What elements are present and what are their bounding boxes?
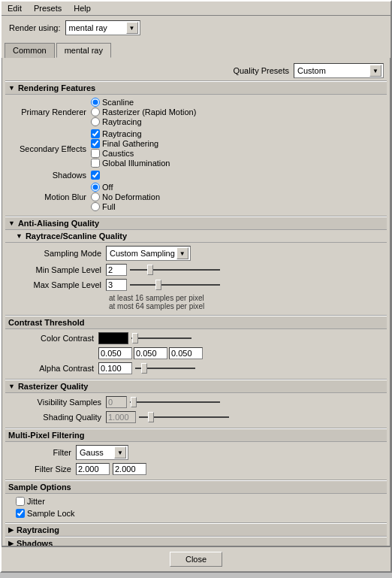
render-using-arrow[interactable]: ▼ <box>126 22 138 34</box>
render-using-dropdown[interactable]: mental ray ▼ <box>65 20 140 35</box>
color-contrast-slider[interactable] <box>131 337 191 339</box>
color-contrast-g[interactable] <box>134 347 167 359</box>
cb-final-gathering-input[interactable] <box>91 139 100 148</box>
anti-aliasing-header[interactable]: ▼ Anti-Aliasing Quality <box>5 216 387 230</box>
num-samples-text: at least 16 samples per pixel at most 64… <box>106 294 204 310</box>
motion-blur-label: Motion Blur <box>8 192 91 201</box>
render-using-value: mental ray <box>68 23 126 32</box>
radio-off-input[interactable] <box>91 183 100 192</box>
secondary-effects-label: Secondary Effects <box>8 144 91 153</box>
rasterizer-quality-arrow: ▼ <box>8 383 15 390</box>
max-sample-slider[interactable] <box>130 284 220 286</box>
main-window: Edit Presets Help Render using: mental r… <box>0 0 392 573</box>
radio-scanline-input[interactable] <box>91 98 100 107</box>
cb-raytracing: Raytracing <box>91 129 170 138</box>
multi-pixel-header[interactable]: Multi-Pixel Filtering <box>5 428 387 442</box>
secondary-effects-row: Secondary Effects Raytracing Final Gathe… <box>8 128 384 169</box>
alpha-contrast-row: Alpha Contrast <box>16 361 384 376</box>
radio-raytracing: Raytracing <box>91 117 196 126</box>
rendering-features-header[interactable]: ▼ Rendering Features <box>5 81 387 95</box>
sampling-mode-row: Sampling Mode Custom Sampling ▼ <box>16 244 384 262</box>
alpha-contrast-slider[interactable] <box>135 368 195 369</box>
visibility-samples-input[interactable] <box>106 396 127 408</box>
content-area[interactable]: Quality Presets Custom ▼ ▼ Rendering Fea… <box>2 58 390 546</box>
min-sample-input[interactable] <box>106 264 127 276</box>
anti-aliasing-arrow: ▼ <box>8 219 15 227</box>
cb-caustics-input[interactable] <box>91 149 100 158</box>
cb-raytracing-input[interactable] <box>91 129 100 138</box>
shading-quality-input[interactable] <box>106 411 136 423</box>
shadows-section-title: Shadows <box>17 539 53 546</box>
multi-pixel-content: Filter Gauss ▼ Filter Size <box>5 442 387 480</box>
num-samples-notes: at least 16 samples per pixel at most 64… <box>16 292 384 312</box>
max-sample-input[interactable] <box>106 279 127 291</box>
raytrace-scanline-arrow: ▼ <box>16 232 23 240</box>
visibility-samples-slider[interactable] <box>130 401 220 403</box>
raytracing-header[interactable]: ▶ Raytracing <box>5 523 387 537</box>
filter-size-label: Filter Size <box>16 465 76 474</box>
raytracing-arrow: ▶ <box>8 526 14 534</box>
radio-no-deformation: No Deformation <box>91 192 160 201</box>
render-using-label: Render using: <box>9 23 61 32</box>
sample-lock-label: Sample Lock <box>27 509 75 518</box>
filter-size-h[interactable] <box>113 463 146 475</box>
primary-renderer-label: Primary Renderer <box>8 107 91 117</box>
cb-final-gathering-label: Final Gathering <box>102 139 158 148</box>
sample-lock-row: Sample Lock <box>16 507 384 519</box>
shadows-section-header[interactable]: ▶ Shadows <box>5 537 387 546</box>
menu-edit[interactable]: Edit <box>5 3 25 14</box>
contrast-threshold-title: Contrast Threshold <box>8 318 84 327</box>
radio-scanline: Scanline <box>91 98 196 107</box>
filter-dropdown[interactable]: Gauss ▼ <box>76 445 128 460</box>
cb-final-gathering: Final Gathering <box>91 139 170 148</box>
color-contrast-b[interactable] <box>169 347 203 359</box>
radio-raytracing-input[interactable] <box>91 117 100 126</box>
multi-pixel-title: Multi-Pixel Filtering <box>8 431 84 440</box>
quality-presets-dropdown[interactable]: Custom ▼ <box>294 63 384 78</box>
rasterizer-quality-content: Visibility Samples Shading Quality <box>5 393 387 428</box>
radio-rasterizer-input[interactable] <box>91 107 100 117</box>
max-sample-label: Max Sample Level <box>16 280 106 289</box>
motion-blur-row: Motion Blur Off No Deformation Full <box>8 181 384 213</box>
raytrace-scanline-header[interactable]: ▼ Raytrace/Scanline Quality <box>5 230 387 243</box>
contrast-threshold-header[interactable]: Contrast Threshold <box>5 316 387 329</box>
menu-help[interactable]: Help <box>71 3 94 14</box>
sampling-mode-arrow[interactable]: ▼ <box>176 247 188 259</box>
close-button[interactable]: Close <box>170 552 222 567</box>
cb-global-illumination-input[interactable] <box>91 159 100 168</box>
sample-lock-checkbox[interactable] <box>16 509 25 518</box>
jitter-checkbox[interactable] <box>16 497 25 506</box>
render-using-row: Render using: mental ray ▼ <box>2 16 390 40</box>
shading-quality-row: Shading Quality <box>16 410 384 425</box>
raytrace-scanline-content: Sampling Mode Custom Sampling ▼ Min Samp… <box>5 243 387 316</box>
min-sample-slider[interactable] <box>130 269 220 271</box>
shading-quality-slider[interactable] <box>139 416 229 418</box>
secondary-effects-group: Raytracing Final Gathering Caustics Glob… <box>91 129 170 168</box>
quality-presets-value: Custom <box>296 66 369 75</box>
tabs-row: Common mental ray <box>2 40 390 58</box>
min-sample-row: Min Sample Level <box>16 262 384 277</box>
filter-arrow[interactable]: ▼ <box>114 446 126 458</box>
radio-full-label: Full <box>102 202 116 211</box>
radio-full-input[interactable] <box>91 202 100 211</box>
color-contrast-row: Color Contrast <box>16 331 384 346</box>
contrast-threshold-content: Color Contrast Alpha Contrast <box>5 329 387 380</box>
tab-common[interactable]: Common <box>5 43 55 58</box>
filter-size-w[interactable] <box>76 463 110 475</box>
quality-presets-arrow[interactable]: ▼ <box>369 65 381 77</box>
menubar: Edit Presets Help <box>2 2 390 16</box>
rasterizer-quality-header[interactable]: ▼ Rasterizer Quality <box>5 380 387 393</box>
menu-presets[interactable]: Presets <box>31 3 65 14</box>
cb-caustics-label: Caustics <box>102 149 134 158</box>
color-contrast-r[interactable] <box>98 347 132 359</box>
tab-mental-ray[interactable]: mental ray <box>56 43 111 58</box>
color-contrast-swatch[interactable] <box>98 332 128 344</box>
sampling-mode-dropdown[interactable]: Custom Sampling ▼ <box>106 246 191 261</box>
sample-options-header[interactable]: Sample Options <box>5 480 387 494</box>
color-contrast-label: Color Contrast <box>16 334 98 343</box>
shadows-checkbox[interactable] <box>91 171 100 180</box>
primary-renderer-row: Primary Renderer Scanline Rasterizer (Ra… <box>8 96 384 128</box>
alpha-contrast-input[interactable] <box>98 362 132 374</box>
radio-no-deformation-input[interactable] <box>91 192 100 201</box>
radio-raytracing-label: Raytracing <box>102 117 142 126</box>
